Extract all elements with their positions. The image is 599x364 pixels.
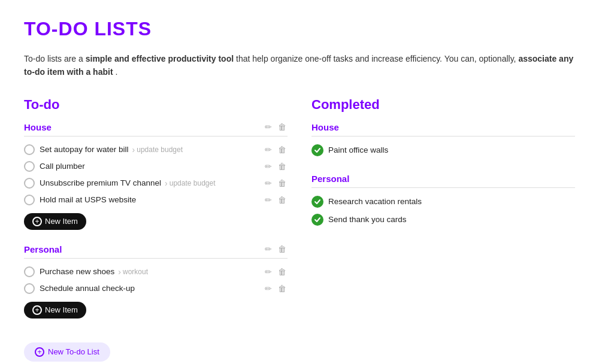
todo-item: Unsubscribe premium TV channel update bu… bbox=[24, 175, 288, 192]
todo-house-actions: ✏ 🗑 bbox=[264, 122, 288, 132]
completed-section-house: House Paint office walls bbox=[311, 122, 575, 159]
todo-item: Hold mail at USPS website ✏ 🗑 bbox=[24, 192, 288, 208]
item-edit-button[interactable]: ✏ bbox=[264, 178, 273, 188]
todo-item: Set autopay for water bill update budget… bbox=[24, 141, 288, 158]
todo-item-habit: update budget bbox=[132, 145, 183, 154]
plus-circle-icon: + bbox=[32, 305, 42, 315]
todo-item-text: Hold mail at USPS website bbox=[40, 195, 136, 204]
completed-item-text: Paint office walls bbox=[328, 145, 388, 154]
todo-item-circle[interactable] bbox=[24, 195, 35, 205]
todo-house-delete-button[interactable]: 🗑 bbox=[277, 122, 288, 132]
personal-new-item-button[interactable]: + New Item bbox=[24, 302, 86, 318]
item-edit-button[interactable]: ✏ bbox=[264, 195, 273, 205]
todo-item-text: Purchase new shoes bbox=[40, 267, 114, 276]
completed-column-header: Completed bbox=[311, 97, 575, 113]
todo-item-text: Schedule annual check-up bbox=[40, 284, 135, 293]
new-todo-list-label: New To-do List bbox=[48, 347, 99, 356]
todo-item: Purchase new shoes workout ✏ 🗑 bbox=[24, 263, 288, 280]
item-delete-button[interactable]: 🗑 bbox=[277, 284, 288, 293]
completed-section-house-title: House bbox=[311, 122, 339, 132]
plus-circle-purple-icon: + bbox=[35, 347, 44, 357]
todo-house-edit-button[interactable]: ✏ bbox=[264, 122, 273, 132]
completed-item: Send thank you cards bbox=[311, 211, 575, 229]
house-new-item-button[interactable]: + New Item bbox=[24, 213, 86, 230]
todo-item-circle[interactable] bbox=[24, 161, 35, 172]
completed-item: Paint office walls bbox=[311, 141, 575, 159]
item-edit-button[interactable]: ✏ bbox=[264, 284, 273, 293]
new-todo-list-button[interactable]: + New To-do List bbox=[24, 342, 110, 362]
todo-item-habit: update budget bbox=[165, 178, 215, 188]
todo-section-personal: Personal ✏ 🗑 Purchase new shoes workout … bbox=[24, 244, 288, 318]
completed-section-personal-title: Personal bbox=[311, 174, 349, 184]
item-delete-button[interactable]: 🗑 bbox=[277, 267, 288, 277]
todo-item-circle[interactable] bbox=[24, 283, 35, 294]
item-delete-button[interactable]: 🗑 bbox=[277, 145, 288, 154]
todo-item-habit: workout bbox=[118, 267, 148, 277]
todo-section-house-header: House ✏ 🗑 bbox=[24, 122, 288, 136]
todo-column: To-do House ✏ 🗑 Set autopay for water bi… bbox=[24, 97, 288, 362]
house-new-item-label: New Item bbox=[45, 217, 78, 226]
todo-item-text: Unsubscribe premium TV channel bbox=[40, 178, 161, 187]
todo-section-personal-header: Personal ✏ 🗑 bbox=[24, 244, 288, 259]
page-description: To-do lists are a simple and effective p… bbox=[24, 52, 575, 79]
check-circle-icon bbox=[311, 144, 323, 156]
todo-item: Schedule annual check-up ✏ 🗑 bbox=[24, 280, 288, 297]
item-edit-button[interactable]: ✏ bbox=[264, 267, 273, 277]
completed-section-personal-header: Personal bbox=[311, 174, 575, 188]
completed-column: Completed House Paint office walls Perso… bbox=[311, 97, 575, 362]
todo-section-house-title: House bbox=[24, 122, 52, 132]
completed-item-text: Send thank you cards bbox=[328, 215, 407, 224]
completed-section-personal: Personal Research vacation rentals Send … bbox=[311, 174, 575, 229]
personal-new-item-label: New Item bbox=[45, 305, 78, 314]
item-delete-button[interactable]: 🗑 bbox=[277, 178, 288, 188]
completed-item-text: Research vacation rentals bbox=[328, 197, 422, 206]
todo-personal-actions: ✏ 🗑 bbox=[264, 244, 288, 254]
completed-section-house-header: House bbox=[311, 122, 575, 136]
main-columns: To-do House ✏ 🗑 Set autopay for water bi… bbox=[24, 97, 575, 362]
item-delete-button[interactable]: 🗑 bbox=[277, 162, 288, 171]
todo-section-personal-title: Personal bbox=[24, 244, 62, 254]
completed-item: Research vacation rentals bbox=[311, 193, 575, 211]
item-edit-button[interactable]: ✏ bbox=[264, 162, 273, 171]
check-circle-icon bbox=[311, 196, 323, 208]
todo-item-circle[interactable] bbox=[24, 266, 35, 277]
todo-item-text: Call plumber bbox=[40, 162, 85, 171]
todo-personal-delete-button[interactable]: 🗑 bbox=[277, 244, 288, 254]
todo-personal-edit-button[interactable]: ✏ bbox=[264, 244, 273, 254]
page-title: TO-DO LISTS bbox=[24, 18, 575, 40]
todo-item-circle[interactable] bbox=[24, 144, 35, 155]
check-circle-icon bbox=[311, 214, 323, 226]
todo-column-header: To-do bbox=[24, 97, 288, 113]
item-edit-button[interactable]: ✏ bbox=[264, 145, 273, 154]
item-delete-button[interactable]: 🗑 bbox=[277, 195, 288, 205]
plus-circle-icon: + bbox=[32, 217, 42, 226]
todo-item-text: Set autopay for water bill bbox=[40, 145, 129, 154]
todo-section-house: House ✏ 🗑 Set autopay for water bill upd… bbox=[24, 122, 288, 230]
todo-item-circle[interactable] bbox=[24, 178, 35, 189]
todo-item: Call plumber ✏ 🗑 bbox=[24, 158, 288, 175]
